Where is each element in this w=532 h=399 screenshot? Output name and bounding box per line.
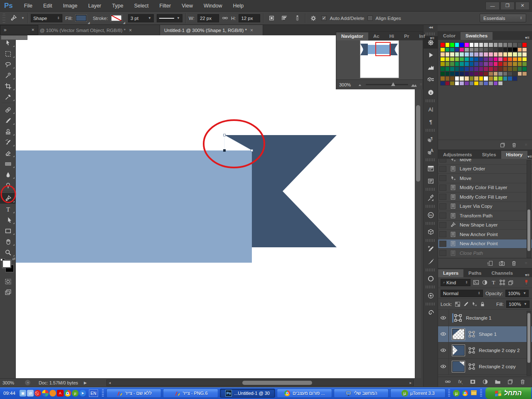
- tray-messenger-icon[interactable]: ➤: [79, 390, 86, 397]
- screen-mode-tool[interactable]: [0, 287, 16, 298]
- layer-filter-kind-select[interactable]: ⌕Kind⇕: [441, 279, 470, 286]
- adjustment-layer-icon[interactable]: [482, 379, 488, 385]
- swatch[interactable]: [522, 52, 527, 57]
- history-snapshot-box[interactable]: [439, 166, 446, 172]
- dock-grip[interactable]: [426, 205, 436, 208]
- swatch[interactable]: [483, 42, 488, 47]
- width-input[interactable]: 22 px: [197, 14, 219, 22]
- swatch[interactable]: [469, 62, 474, 66]
- swatch[interactable]: [455, 47, 460, 52]
- lock-transparency-icon[interactable]: [455, 301, 461, 307]
- task-button[interactable]: µµTorrent 3.3: [390, 389, 446, 398]
- tab-channels[interactable]: Channels: [486, 269, 518, 277]
- tray-picasa-icon[interactable]: [42, 390, 49, 397]
- swatch[interactable]: [512, 66, 517, 71]
- dock-paragraph-styles[interactable]: A: [424, 145, 438, 158]
- swatch[interactable]: [464, 76, 469, 81]
- swatch[interactable]: [493, 71, 498, 76]
- quicklaunch-utorrent-icon[interactable]: µ: [453, 389, 460, 397]
- new-document-from-state-icon[interactable]: [487, 260, 493, 266]
- swatch[interactable]: [455, 76, 460, 81]
- menu-layer[interactable]: Layer: [83, 0, 106, 12]
- layer-row[interactable]: Rectangle 2 copy: [438, 359, 532, 375]
- history-brush-tool[interactable]: [0, 137, 16, 148]
- swatch[interactable]: [474, 81, 479, 86]
- quick-mask-tool[interactable]: [0, 276, 16, 287]
- menu-edit[interactable]: Edit: [38, 0, 58, 12]
- panel-resize-grip[interactable]: ⁙: [525, 261, 528, 265]
- swatch[interactable]: [507, 52, 512, 57]
- task-button[interactable]: Ps...Untitled-1 @ 30: [220, 389, 275, 398]
- dock-cube[interactable]: [424, 226, 438, 238]
- status-popup-arrow-icon[interactable]: ▶: [84, 381, 87, 385]
- menu-help[interactable]: Help: [228, 0, 249, 12]
- swatch[interactable]: [488, 52, 493, 57]
- swatch[interactable]: [498, 47, 503, 52]
- layer-thumbnail[interactable]: [452, 345, 465, 356]
- swatch[interactable]: [493, 62, 498, 66]
- swatch[interactable]: [459, 76, 464, 81]
- swatch[interactable]: [488, 57, 493, 62]
- dock-notes-2[interactable]: [424, 175, 438, 187]
- tool-preset-dropdown-icon[interactable]: ▼: [21, 16, 25, 20]
- swatch[interactable]: [464, 66, 469, 71]
- dock-grip[interactable]: [426, 239, 436, 242]
- swatch[interactable]: [464, 42, 469, 47]
- foreground-color-chip[interactable]: [2, 260, 11, 268]
- swatch[interactable]: [450, 42, 455, 47]
- tab-inf[interactable]: Inf: [414, 32, 430, 40]
- tab-color[interactable]: Color: [438, 32, 461, 40]
- dock-grip[interactable]: [426, 303, 436, 305]
- swatch[interactable]: [450, 66, 455, 71]
- swatch[interactable]: [440, 71, 445, 76]
- history-snapshot-box[interactable]: [439, 212, 446, 219]
- swatch[interactable]: [498, 76, 503, 81]
- history-snapshot-box[interactable]: [439, 222, 446, 228]
- layer-visibility-toggle[interactable]: [438, 359, 449, 375]
- dock-grip[interactable]: [426, 99, 436, 102]
- dock-kuler[interactable]: ku: [424, 209, 438, 221]
- gradient-tool[interactable]: [0, 158, 16, 169]
- swatch[interactable]: [455, 81, 460, 86]
- swatch[interactable]: [488, 62, 493, 66]
- swatch[interactable]: [474, 52, 479, 57]
- swatch[interactable]: [488, 47, 493, 52]
- tray-network-icon[interactable]: 🖳: [27, 390, 34, 397]
- history-item[interactable]: Layer Via Copy: [438, 202, 532, 212]
- hand-tool[interactable]: [0, 236, 16, 247]
- swatch[interactable]: [469, 57, 474, 62]
- rectangle-shape[interactable]: [16, 150, 252, 263]
- align-edges-checkbox[interactable]: [367, 15, 373, 21]
- swatch[interactable]: [498, 62, 503, 66]
- swatch[interactable]: [503, 66, 508, 71]
- dock-histogram[interactable]: [424, 61, 438, 74]
- crop-tool[interactable]: [0, 81, 16, 91]
- menu-filter[interactable]: Filter: [154, 0, 176, 12]
- swatch[interactable]: [493, 57, 498, 62]
- horizontal-scrollbar-thumb[interactable]: [242, 381, 312, 385]
- swatch[interactable]: [512, 52, 517, 57]
- swatch[interactable]: [507, 62, 512, 66]
- swatch[interactable]: [479, 57, 484, 62]
- swatch[interactable]: [493, 76, 498, 81]
- layer-mask-icon[interactable]: [470, 379, 476, 385]
- swatch[interactable]: [445, 52, 450, 57]
- swatch[interactable]: [440, 81, 445, 86]
- swatch[interactable]: [479, 66, 484, 71]
- swatch[interactable]: [450, 57, 455, 62]
- filter-pixel-layers-icon[interactable]: [473, 279, 479, 286]
- swatch[interactable]: [459, 42, 464, 47]
- swatch[interactable]: [503, 52, 508, 57]
- history-snapshot-box[interactable]: [439, 185, 446, 191]
- swatch[interactable]: [522, 66, 527, 71]
- dock-play[interactable]: [424, 49, 438, 61]
- swatch[interactable]: [479, 76, 484, 81]
- panel-resize-grip[interactable]: ⁙: [419, 83, 423, 86]
- swatch[interactable]: [507, 42, 512, 47]
- path-alignment-icon[interactable]: [279, 14, 289, 23]
- history-scrollbar-thumb[interactable]: [527, 209, 530, 251]
- swatch[interactable]: [474, 76, 479, 81]
- swatch[interactable]: [440, 62, 445, 66]
- trash-icon[interactable]: [511, 142, 517, 148]
- blur-tool[interactable]: [0, 169, 16, 180]
